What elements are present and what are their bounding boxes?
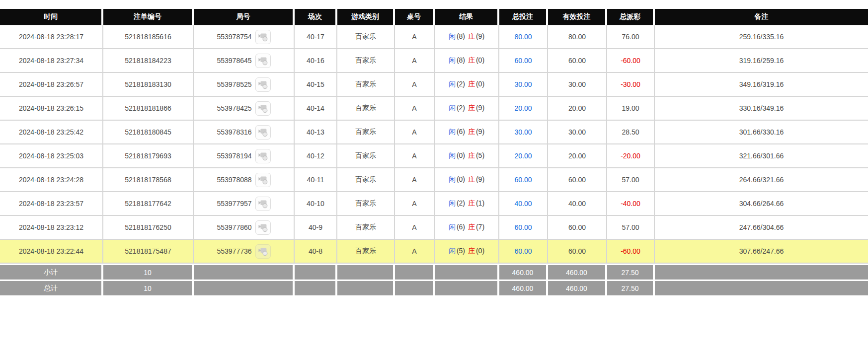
bet-time: 2024-08-18 23:28:17 <box>19 33 83 41</box>
summary-total-bet: 460.00 <box>512 284 534 292</box>
result-banker-score: (9) <box>476 175 484 183</box>
cell-table-no: A <box>395 73 435 97</box>
cell-table-no: A <box>395 49 435 73</box>
cell-game-type: 百家乐 <box>337 216 395 240</box>
video-replay-icon <box>258 247 268 256</box>
video-replay-button[interactable] <box>255 77 271 92</box>
cell-table-no: A <box>395 25 435 49</box>
round-id: 553978194 <box>217 152 251 160</box>
total-bet-link[interactable]: 20.00 <box>514 104 532 112</box>
video-replay-button[interactable] <box>255 101 271 116</box>
result-player-label: 闲 <box>449 80 456 88</box>
summary-payout-cell: 27.50 <box>607 264 655 279</box>
cell-remark: 349.16/319.16 <box>655 73 868 97</box>
cell-game-type: 百家乐 <box>337 192 395 216</box>
video-replay-button[interactable] <box>255 220 271 235</box>
summary-total-bet-cell: 460.00 <box>499 279 548 295</box>
payout-value: 19.00 <box>622 104 639 112</box>
remark-value: 349.16/319.16 <box>739 80 784 88</box>
table-row: 2024-08-18 23:23:12 521818176250 5539778… <box>0 216 868 240</box>
bet-id: 521818176250 <box>125 223 171 231</box>
total-bet-link[interactable]: 30.00 <box>514 128 532 136</box>
video-replay-button[interactable] <box>255 30 271 44</box>
table-number: A <box>412 223 416 231</box>
payout-value: -30.00 <box>621 80 640 88</box>
summary-count-cell: 10 <box>103 264 194 279</box>
result-player-label: 闲 <box>449 199 456 207</box>
result-banker-label: 庄 <box>468 247 475 255</box>
cell-game-type: 百家乐 <box>337 49 395 73</box>
table-row: 2024-08-18 23:28:17 521818185616 5539787… <box>0 25 868 49</box>
table-row: 2024-08-18 23:24:28 521818178568 5539780… <box>0 168 868 192</box>
cell-round-id: 553978425 <box>194 97 295 121</box>
total-bet-link[interactable]: 60.00 <box>514 176 532 184</box>
result-player-label: 闲 <box>449 128 456 136</box>
cell-table-no: A <box>395 240 435 264</box>
table-number: A <box>412 57 416 65</box>
cell-bet-id: 521818175487 <box>103 240 194 264</box>
bet-id: 521818177642 <box>125 200 171 208</box>
total-bet-link[interactable]: 80.00 <box>514 33 532 41</box>
cell-valid-bet: 60.00 <box>548 168 607 192</box>
summary-valid-bet: 460.00 <box>566 269 587 277</box>
video-replay-icon <box>258 32 268 42</box>
cell-payout: -40.00 <box>607 192 655 216</box>
session-number: 40-10 <box>307 200 324 208</box>
round-id: 553978425 <box>217 104 251 112</box>
valid-bet-value: 30.00 <box>568 128 586 136</box>
cell-valid-bet: 40.00 <box>548 192 607 216</box>
video-replay-button[interactable] <box>255 149 271 163</box>
cell-remark: 307.66/247.66 <box>655 240 868 264</box>
cell-payout: 19.00 <box>607 97 655 121</box>
cell-round-id: 553977860 <box>194 216 295 240</box>
col-header-round-id: 局号 <box>194 9 295 25</box>
total-bet-link[interactable]: 60.00 <box>514 247 532 255</box>
table-row: 2024-08-18 23:25:03 521818179693 5539781… <box>0 144 868 168</box>
cell-result: 闲(8) 庄(0) <box>435 49 499 73</box>
cell-result: 闲(2) 庄(0) <box>435 73 499 97</box>
remark-value: 304.66/264.66 <box>739 200 784 208</box>
cell-result: 闲(8) 庄(9) <box>435 25 499 49</box>
total-bet-link[interactable]: 20.00 <box>514 152 532 160</box>
cell-table-no: A <box>395 216 435 240</box>
result-banker-label: 庄 <box>468 151 475 159</box>
cell-valid-bet: 60.00 <box>548 240 607 264</box>
table-number: A <box>412 200 416 208</box>
bet-time: 2024-08-18 23:22:44 <box>19 247 83 255</box>
total-bet-link[interactable]: 30.00 <box>514 80 532 88</box>
result-player-label: 闲 <box>449 175 456 183</box>
summary-row: 总计 10 460.00 460.00 27.50 <box>0 279 868 295</box>
game-type: 百家乐 <box>355 247 376 255</box>
cell-remark: 321.66/301.66 <box>655 144 868 168</box>
total-bet-link[interactable]: 60.00 <box>514 223 532 231</box>
video-replay-button[interactable] <box>255 197 271 211</box>
cell-game-type: 百家乐 <box>337 144 395 168</box>
bet-time: 2024-08-18 23:23:12 <box>19 223 83 231</box>
cell-time: 2024-08-18 23:26:15 <box>0 97 103 121</box>
video-replay-button[interactable] <box>255 173 271 187</box>
total-bet-link[interactable]: 60.00 <box>514 57 532 65</box>
total-bet-link[interactable]: 40.00 <box>514 200 532 208</box>
video-replay-button[interactable] <box>255 125 271 140</box>
cell-result: 闲(2) 庄(9) <box>435 97 499 121</box>
bet-time: 2024-08-18 23:26:15 <box>19 104 83 112</box>
table-row: 2024-08-18 23:26:15 521818181866 5539784… <box>0 97 868 121</box>
result-player-score: (2) <box>457 199 465 207</box>
table-row: 2024-08-18 23:23:57 521818177642 5539779… <box>0 192 868 216</box>
bet-time: 2024-08-18 23:24:28 <box>19 176 83 184</box>
video-replay-button[interactable] <box>255 244 271 259</box>
result-banker-score: (0) <box>476 80 484 88</box>
game-type: 百家乐 <box>355 128 376 136</box>
session-number: 40-13 <box>307 128 324 136</box>
result-player-score: (0) <box>457 151 465 159</box>
game-type: 百家乐 <box>355 56 376 64</box>
result-banker-label: 庄 <box>468 223 475 231</box>
cell-result: 闲(5) 庄(0) <box>435 240 499 264</box>
cell-session: 40-14 <box>295 97 337 121</box>
bet-id: 521818185616 <box>125 33 171 41</box>
payout-value: -60.00 <box>621 57 640 65</box>
round-id: 553978754 <box>217 33 251 41</box>
cell-table-no: A <box>395 168 435 192</box>
game-type: 百家乐 <box>355 104 376 112</box>
video-replay-button[interactable] <box>255 54 271 68</box>
